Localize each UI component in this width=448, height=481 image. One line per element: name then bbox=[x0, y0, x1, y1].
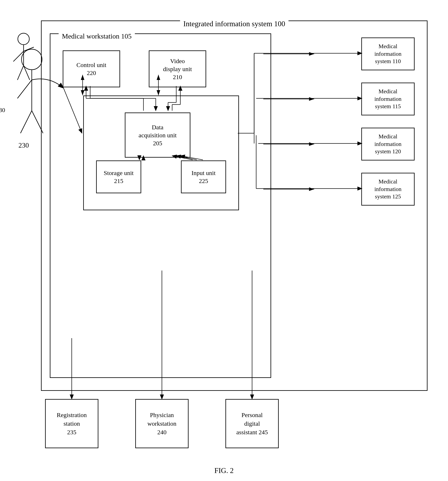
control-unit-box: Control unit220 bbox=[63, 50, 120, 87]
outer-title: Integrated information system 100 bbox=[180, 19, 289, 28]
person-figure bbox=[12, 33, 35, 90]
svg-point-0 bbox=[18, 33, 29, 45]
data-acq-outer-box: Dataacquisition unit205 Storage unit215 … bbox=[83, 96, 239, 210]
registration-station-label: Registrationstation235 bbox=[57, 411, 87, 436]
registration-station-box: Registrationstation235 bbox=[45, 399, 98, 448]
fig-label: FIG. 2 bbox=[214, 466, 234, 475]
mis-110-box: Medicalinformationsystem 110 bbox=[361, 38, 415, 70]
physician-workstation-label: Physicianworkstation240 bbox=[147, 411, 176, 436]
data-acq-label: Dataacquisition unit205 bbox=[139, 123, 177, 147]
svg-line-3 bbox=[23, 47, 34, 51]
mis-125-box: Medicalinformationsystem 125 bbox=[361, 173, 415, 206]
storage-unit-label: Storage unit215 bbox=[104, 169, 134, 185]
pda-box: Personaldigitalassistant 245 bbox=[225, 399, 279, 448]
input-unit-box: Input unit225 bbox=[181, 160, 226, 193]
control-unit-label: Control unit220 bbox=[76, 61, 106, 77]
storage-unit-box: Storage unit215 bbox=[96, 160, 141, 193]
video-unit-box: Videodisplay unit210 bbox=[149, 50, 206, 87]
input-unit-label: Input unit225 bbox=[191, 169, 216, 185]
workstation-title: Medical workstation 105 bbox=[59, 32, 135, 40]
physician-workstation-box: Physicianworkstation240 bbox=[135, 399, 188, 448]
workstation-box: Medical workstation 105 Control unit220 … bbox=[50, 33, 271, 378]
mis-120-box: Medicalinformationsystem 120 bbox=[361, 128, 415, 160]
mis-110-label: Medicalinformationsystem 110 bbox=[374, 43, 402, 65]
outer-system-box: Integrated information system 100 Medica… bbox=[41, 21, 427, 391]
person-label: 230 bbox=[0, 106, 5, 113]
data-acq-unit-box: Dataacquisition unit205 bbox=[125, 113, 190, 158]
svg-line-5 bbox=[23, 66, 30, 80]
pda-label: Personaldigitalassistant 245 bbox=[236, 411, 268, 436]
mis-120-label: Medicalinformationsystem 120 bbox=[374, 133, 402, 155]
mis-125-label: Medicalinformationsystem 125 bbox=[374, 178, 402, 200]
mis-115-label: Medicalinformationsystem 115 bbox=[374, 88, 402, 110]
svg-line-4 bbox=[17, 66, 23, 80]
svg-line-2 bbox=[13, 51, 23, 61]
video-unit-label: Videodisplay unit210 bbox=[163, 57, 192, 81]
mis-115-box: Medicalinformationsystem 115 bbox=[361, 83, 415, 115]
